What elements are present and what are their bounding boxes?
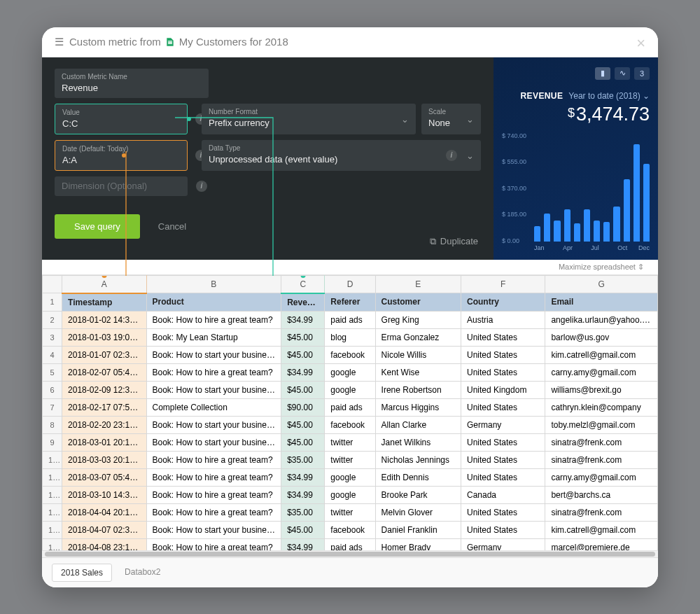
column-header-B[interactable]: B [146, 275, 281, 293]
data-type-select[interactable]: Data Type Unprocessed data (event value)… [202, 140, 481, 171]
sheet-tab-databox2[interactable]: Databox2 [116, 564, 169, 582]
cell[interactable]: 2018-01-03 19:03:29 [62, 328, 146, 346]
column-header-F[interactable]: F [461, 275, 545, 293]
cell[interactable]: Greg King [375, 311, 461, 328]
number-format-select[interactable]: Number Format Prefix currency ⌄ [202, 104, 416, 134]
cell[interactable]: United States [461, 363, 545, 381]
cell[interactable]: Book: How to start your business? [146, 433, 281, 451]
info-icon[interactable]: i [446, 150, 457, 161]
cell[interactable]: google [325, 486, 375, 503]
cell[interactable]: Erma Gonzalez [375, 328, 461, 346]
cell[interactable]: Brooke Park [375, 486, 461, 503]
header-cell[interactable]: Referer [325, 293, 375, 312]
cell[interactable]: United States [461, 468, 545, 486]
close-icon[interactable]: × [636, 34, 645, 53]
cell[interactable]: $35.00 [281, 503, 325, 521]
cell[interactable]: 2018-04-04 20:19:11 [62, 503, 146, 521]
cell[interactable]: Marcus Higgins [375, 398, 461, 416]
cell[interactable]: Melvin Glover [375, 503, 461, 521]
cell[interactable]: Austria [461, 311, 545, 328]
cell[interactable]: Book: How to hire a great team? [146, 311, 281, 328]
value-field[interactable]: Value C:C i [55, 104, 188, 134]
cell[interactable]: Irene Robertson [375, 381, 461, 398]
header-cell[interactable]: Email [545, 293, 658, 312]
horizontal-scrollbar[interactable] [42, 550, 658, 557]
column-header-G[interactable]: G [545, 275, 658, 293]
cell[interactable]: $34.99 [281, 363, 325, 381]
cell[interactable]: paid ads [325, 398, 375, 416]
cell[interactable]: Book: How to hire a great team? [146, 538, 281, 550]
cell[interactable]: paid ads [325, 538, 375, 550]
duplicate-button[interactable]: ⧉ Duplicate [430, 236, 478, 247]
info-icon[interactable]: i [196, 181, 207, 192]
cell[interactable]: facebook [325, 521, 375, 538]
cell[interactable]: twitter [325, 433, 375, 451]
cell[interactable]: Homer Brady [375, 538, 461, 550]
cell[interactable]: Book: How to hire a great team? [146, 363, 281, 381]
cell[interactable]: United States [461, 503, 545, 521]
cell[interactable]: $45.00 [281, 521, 325, 538]
cell[interactable]: 2018-03-10 14:38:12 [62, 486, 146, 503]
header-cell[interactable]: Country [461, 293, 545, 312]
preview-line-icon[interactable]: ∿ [615, 67, 630, 80]
cell[interactable]: toby.melzl@gmail.com [545, 416, 658, 433]
cell[interactable]: $45.00 [281, 381, 325, 398]
cell[interactable]: sinatra@frenk.com [545, 503, 658, 521]
cell[interactable]: Edith Dennis [375, 468, 461, 486]
cell[interactable]: Book: How to start your business? [146, 346, 281, 363]
cell[interactable]: marcel@premiere.de [545, 538, 658, 550]
cell[interactable]: sinatra@frenk.com [545, 451, 658, 468]
header-cell[interactable]: Product [146, 293, 281, 312]
cell[interactable]: 2018-02-20 23:19:00 [62, 416, 146, 433]
cell[interactable]: $45.00 [281, 433, 325, 451]
preview-chart-icon[interactable]: ▮ [595, 67, 610, 80]
date-field[interactable]: Date (Default: Today) A:A i [55, 140, 188, 171]
cell[interactable]: 2018-01-07 02:39:00 [62, 346, 146, 363]
cancel-button[interactable]: Cancel [158, 221, 186, 232]
cell[interactable]: 2018-02-07 05:41:56 [62, 363, 146, 381]
cell[interactable]: Allan Clarke [375, 416, 461, 433]
cell[interactable]: sinatra@frenk.com [545, 433, 658, 451]
column-header-C[interactable]: C [281, 275, 325, 293]
cell[interactable]: cathryn.klein@company [545, 398, 658, 416]
cell[interactable]: twitter [325, 451, 375, 468]
preview-period-select[interactable]: Year to date (2018) ⌄ [568, 91, 650, 101]
cell[interactable]: United States [461, 346, 545, 363]
cell[interactable]: $34.99 [281, 468, 325, 486]
cell[interactable]: angelika.urlaun@yahoo.com [545, 311, 658, 328]
cell[interactable]: carny.amy@gmail.com [545, 468, 658, 486]
cell[interactable]: google [325, 363, 375, 381]
cell[interactable]: 2018-02-09 12:30:00 [62, 381, 146, 398]
cell[interactable]: $45.00 [281, 416, 325, 433]
header-cell[interactable]: Customer [375, 293, 461, 312]
cell[interactable]: $45.00 [281, 328, 325, 346]
cell[interactable]: Book: How to start your business? [146, 381, 281, 398]
cell[interactable]: United States [461, 328, 545, 346]
cell[interactable]: Book: How to hire a great team? [146, 503, 281, 521]
cell[interactable]: Kent Wise [375, 363, 461, 381]
cell[interactable]: Daniel Franklin [375, 521, 461, 538]
cell[interactable]: Janet Wilkins [375, 433, 461, 451]
cell[interactable]: williams@brexit.go [545, 381, 658, 398]
cell[interactable]: facebook [325, 416, 375, 433]
cell[interactable]: Germany [461, 538, 545, 550]
dimension-field[interactable]: Dimension (Optional) i [55, 176, 188, 196]
cell[interactable]: Complete Collection [146, 398, 281, 416]
cell[interactable]: google [325, 468, 375, 486]
cell[interactable]: paid ads [325, 311, 375, 328]
cell[interactable]: United States [461, 521, 545, 538]
metric-name-field[interactable]: Custom Metric Name Revenue [55, 69, 209, 98]
cell[interactable]: Book: My Lean Startup [146, 328, 281, 346]
cell[interactable]: Germany [461, 416, 545, 433]
header-cell[interactable]: Revenue [281, 293, 325, 312]
cell[interactable]: kim.catrell@gmail.com [545, 346, 658, 363]
cell[interactable]: Canada [461, 486, 545, 503]
cell[interactable]: bert@barchs.ca [545, 486, 658, 503]
cell[interactable]: Book: How to start your business? [146, 521, 281, 538]
sheet-tab-2018-sales[interactable]: 2018 Sales [52, 564, 112, 582]
cell[interactable]: barlow@us.gov [545, 328, 658, 346]
spreadsheet[interactable]: ABCDEFG1TimestampProductRevenueRefererCu… [42, 275, 658, 550]
save-query-button[interactable]: Save query [55, 214, 140, 239]
cell[interactable]: 2018-03-03 20:19:11 [62, 451, 146, 468]
cell[interactable]: kim.catrell@gmail.com [545, 521, 658, 538]
